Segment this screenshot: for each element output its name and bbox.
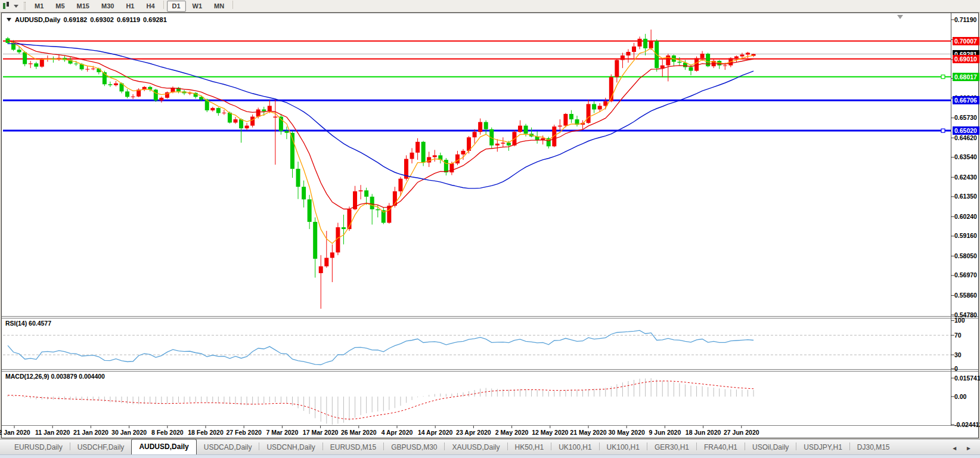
tab-gbpusd-m30[interactable]: GBPUSD,M30 xyxy=(384,441,444,454)
candle-body xyxy=(74,64,78,64)
price-tick-label: 0.63540 xyxy=(954,153,977,161)
tab-uk100-h1[interactable]: UK100,H1 xyxy=(551,441,598,454)
chart-symbol-label: AUDUSD,Daily xyxy=(15,16,60,23)
tabs-scroll-right-icon[interactable]: ► xyxy=(966,445,972,451)
price-tick-label: 0.56970 xyxy=(954,271,977,279)
price-tick-label: 0.64620 xyxy=(954,134,977,142)
tab-usdcad-daily[interactable]: USDCAD,Daily xyxy=(197,441,259,454)
timeframe-button-mn[interactable]: MN xyxy=(209,1,230,12)
tab-dj30-m15[interactable]: DJ30,M15 xyxy=(850,441,897,454)
candle-body xyxy=(746,53,750,55)
candle-body xyxy=(689,67,693,71)
timeframe-button-m15[interactable]: M15 xyxy=(72,1,95,12)
macd-axis-label: -0.024412 xyxy=(954,421,980,429)
tab-usoil-daily[interactable]: USOil,Daily xyxy=(745,441,796,454)
date-label: 30 May 2020 xyxy=(609,429,645,436)
candle-body xyxy=(410,153,414,159)
candle-body xyxy=(461,151,466,154)
rsi-axis-label: 30 xyxy=(954,351,962,359)
date-label: 14 Apr 2020 xyxy=(418,429,453,436)
candle-body xyxy=(284,131,289,133)
candle-body xyxy=(473,132,477,137)
candle-body xyxy=(239,119,243,128)
tab-xauusd-daily[interactable]: XAUUSD,Daily xyxy=(445,441,507,454)
toolbar-grip[interactable] xyxy=(24,2,26,10)
top-toolbar: M1M5M15M30H1H4D1W1MN xyxy=(0,0,980,13)
candle-body xyxy=(154,89,158,100)
tab-hk50-h1[interactable]: HK50,H1 xyxy=(508,441,551,454)
status-strip xyxy=(0,454,980,458)
macd-signal-line xyxy=(8,381,753,419)
chart-window[interactable]: AUDUSD,Daily 0.69182 0.69302 0.69119 0.6… xyxy=(1,13,979,438)
candle-body xyxy=(313,222,317,259)
candle-body xyxy=(85,69,89,70)
tab-usdcnh-daily[interactable]: USDCNH,Daily xyxy=(259,441,322,454)
candle-body xyxy=(632,47,636,52)
candle-body xyxy=(159,98,163,101)
candle-body xyxy=(734,57,739,58)
candle-body xyxy=(114,83,118,85)
candle-body xyxy=(302,187,306,199)
macd-axis-label: 0.015741 xyxy=(954,375,980,382)
chart-dropdown-icon[interactable] xyxy=(7,18,11,21)
tab-fra40-h1[interactable]: FRA40,H1 xyxy=(697,441,745,454)
chart-canvas[interactable] xyxy=(2,13,978,438)
line-handle-marker[interactable] xyxy=(941,75,945,79)
candle-body xyxy=(376,209,380,211)
date-label: 4 Apr 2020 xyxy=(382,429,413,436)
tab-usdchf-daily[interactable]: USDCHF,Daily xyxy=(70,441,132,454)
tab-audusd-daily[interactable]: AUDUSD,Daily xyxy=(131,439,196,454)
candle-body xyxy=(250,117,255,126)
candle-body xyxy=(626,52,630,55)
candle-body xyxy=(507,143,511,146)
candle-body xyxy=(444,160,448,172)
timeframe-button-h4[interactable]: H4 xyxy=(141,1,160,12)
tab-eurusd-m15[interactable]: EURUSD,M15 xyxy=(323,441,383,454)
chart-symbols-icon[interactable] xyxy=(2,2,11,10)
timeframe-button-m5[interactable]: M5 xyxy=(50,1,70,12)
candle-body xyxy=(40,59,44,67)
chart-title: AUDUSD,Daily 0.69182 0.69302 0.69119 0.6… xyxy=(7,16,170,23)
candle-body xyxy=(370,197,374,209)
timeframe-button-m1[interactable]: M1 xyxy=(29,1,49,12)
candle-body xyxy=(415,142,420,153)
date-label: 11 Jan 2020 xyxy=(35,429,70,436)
candle-body xyxy=(330,252,334,258)
price-line-badge: 0.66706 xyxy=(953,96,979,104)
candle-body xyxy=(23,52,27,64)
candle-body xyxy=(17,49,21,52)
chart-shift-marker[interactable] xyxy=(897,15,903,19)
candle-body xyxy=(694,58,699,71)
candle-body xyxy=(587,104,591,123)
rsi-axis-label: 70 xyxy=(954,332,962,339)
candle-body xyxy=(91,69,95,69)
ohlc-low: 0.69119 xyxy=(117,16,140,23)
tab-eurusd-daily[interactable]: EURUSD,Daily xyxy=(7,441,70,454)
candle-body xyxy=(324,258,328,266)
candle-body xyxy=(308,199,312,222)
timeframe-button-h1[interactable]: H1 xyxy=(120,1,139,12)
tabs-scroll-left-icon[interactable]: ◄ xyxy=(951,445,957,451)
price-line-badge: 0.68017 xyxy=(953,73,979,81)
candle-body xyxy=(268,106,272,111)
candle-body xyxy=(125,91,129,97)
tab-ger30-h1[interactable]: GER30,H1 xyxy=(647,441,696,454)
caret-down-icon[interactable] xyxy=(14,5,18,8)
date-label: 12 May 2020 xyxy=(532,429,568,436)
date-label: 17 Mar 2020 xyxy=(303,429,339,436)
candle-body xyxy=(563,114,567,126)
timeframe-button-w1[interactable]: W1 xyxy=(187,1,208,12)
ohlc-open: 0.69182 xyxy=(63,16,87,23)
candle-body xyxy=(234,119,238,122)
timeframe-button-m30[interactable]: M30 xyxy=(96,1,119,12)
tab-usdjpy-h1[interactable]: USDJPY,H1 xyxy=(796,441,849,454)
candle-body xyxy=(245,126,249,129)
timeframe-button-d1[interactable]: D1 xyxy=(167,1,186,12)
symbol-tab-bar: EURUSD,DailyUSDCHF,DailyAUDUSD,DailyUSDC… xyxy=(0,439,980,454)
rsi-line xyxy=(8,330,753,364)
tab-uk100-h1[interactable]: UK100,H1 xyxy=(600,441,647,454)
candle-body xyxy=(649,41,653,48)
line-handle-marker[interactable] xyxy=(941,129,945,132)
candle-body xyxy=(421,142,426,163)
candle-body xyxy=(29,63,33,64)
